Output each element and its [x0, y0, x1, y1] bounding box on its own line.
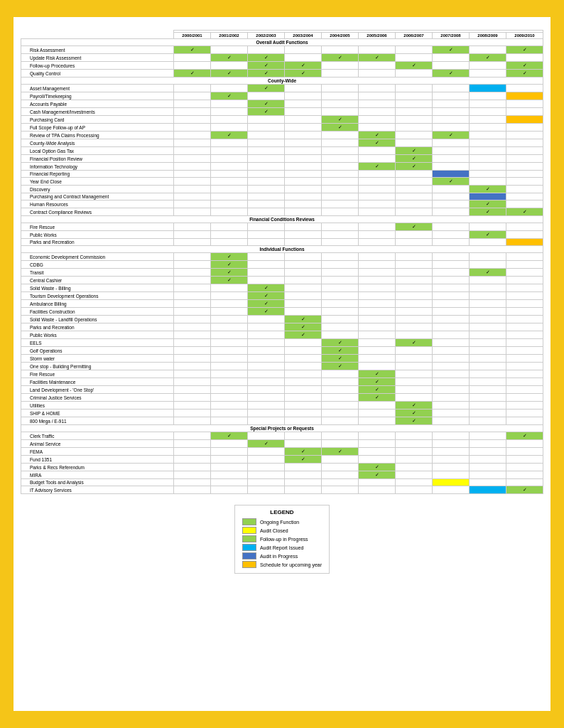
cell-3-6-3	[285, 300, 322, 308]
cell-4-5-7	[433, 471, 470, 479]
cell-3-6-2: ✓	[248, 300, 285, 308]
cell-3-8-1	[211, 316, 248, 323]
cell-3-6-5	[359, 300, 396, 308]
cell-1-2-9	[506, 100, 543, 108]
cell-1-15-3	[285, 200, 322, 208]
item-label-1-12: Year End Close	[21, 178, 174, 186]
cell-1-13-7	[433, 186, 470, 193]
cell-3-10-4	[322, 331, 359, 339]
cell-3-13-5	[359, 355, 396, 363]
cell-3-0-3	[285, 253, 322, 261]
cell-4-6-5	[359, 479, 396, 486]
cell-0-3-4	[322, 70, 359, 77]
cell-2-1-2	[248, 231, 285, 239]
cell-0-2-8	[470, 62, 506, 70]
cell-3-21-7	[433, 417, 470, 425]
item-label-1-4: Purchasing Card	[21, 116, 174, 124]
cell-2-0-7	[433, 223, 470, 231]
cell-3-18-7	[433, 394, 470, 402]
cell-2-1-1	[211, 231, 248, 239]
cell-3-5-0	[174, 292, 211, 300]
cell-3-21-3	[285, 417, 322, 425]
cell-3-16-5: ✓	[359, 378, 396, 386]
cell-4-0-8	[470, 432, 506, 440]
cell-1-4-1	[211, 116, 248, 124]
cell-1-5-5	[359, 124, 396, 132]
cell-3-2-5	[359, 269, 396, 277]
cell-2-0-2	[248, 223, 285, 231]
cell-3-13-0	[174, 355, 211, 363]
cell-3-10-9	[506, 331, 543, 339]
table-row: 800 Mega / E-911✓	[21, 417, 543, 425]
cell-4-7-6	[396, 486, 433, 494]
cell-3-2-8: ✓	[470, 269, 506, 277]
cell-3-17-5: ✓	[359, 386, 396, 394]
cell-0-0-0: ✓	[174, 46, 211, 54]
cell-3-0-4	[322, 253, 359, 261]
cell-3-15-8	[470, 370, 506, 378]
table-row: Update Risk Assessment✓✓✓✓✓	[21, 54, 543, 62]
cell-4-2-3: ✓	[285, 448, 322, 456]
table-row: Storm water✓	[21, 355, 543, 363]
cell-3-20-8	[470, 410, 506, 417]
cell-1-7-2	[248, 139, 285, 147]
cell-3-19-1	[211, 402, 248, 410]
cell-3-10-5	[359, 331, 396, 339]
cell-1-9-2	[248, 155, 285, 163]
cell-3-3-3	[285, 277, 322, 284]
cell-1-11-3	[285, 171, 322, 178]
cell-3-21-8	[470, 417, 506, 425]
cell-3-11-8	[470, 339, 506, 347]
cell-1-3-5	[359, 108, 396, 116]
legend-box: LEGEND Ongoing Function Audit Closed Fol…	[234, 505, 330, 574]
cell-4-3-1	[211, 456, 248, 464]
table-row: Fund 1351✓	[21, 456, 543, 464]
cell-1-14-3	[285, 193, 322, 200]
table-row: IT Advisory Services✓	[21, 486, 543, 494]
table-row: Financial Position Review✓	[21, 155, 543, 163]
cell-3-16-2	[248, 378, 285, 386]
cell-3-14-1	[211, 363, 248, 370]
year-header-3: 2003/2004	[285, 33, 322, 39]
cell-3-10-8	[470, 331, 506, 339]
cell-4-0-2	[248, 432, 285, 440]
cell-3-15-1	[211, 370, 248, 378]
cell-4-0-3	[285, 432, 322, 440]
cell-0-2-6: ✓	[396, 62, 433, 70]
item-label-1-3: Cash Management/Investments	[21, 108, 174, 116]
cell-4-5-1	[211, 471, 248, 479]
cell-1-0-1	[211, 85, 248, 92]
table-row: Fire Rescue✓	[21, 370, 543, 378]
cell-1-6-9	[506, 132, 543, 139]
item-label-3-19: Utilities	[21, 402, 174, 410]
cell-1-9-0	[174, 155, 211, 163]
legend-report: Audit Report Issued	[242, 544, 322, 551]
cell-3-2-1: ✓	[211, 269, 248, 277]
legend-label-followup: Follow-up in Progress	[260, 537, 308, 542]
cell-0-3-5	[359, 70, 396, 77]
cell-1-6-2	[248, 132, 285, 139]
cell-1-4-6	[396, 116, 433, 124]
cell-1-11-6	[396, 171, 433, 178]
table-row: Facilities Maintenance✓	[21, 378, 543, 386]
table-row: Facilities Construction✓	[21, 308, 543, 316]
cell-4-1-3	[285, 440, 322, 448]
cell-1-16-5	[359, 208, 396, 216]
cell-3-7-9	[506, 308, 543, 316]
cell-3-8-0	[174, 316, 211, 323]
cell-2-0-1	[211, 223, 248, 231]
item-label-1-10: Information Technology	[21, 163, 174, 171]
cell-3-1-8	[470, 261, 506, 269]
cell-1-1-2	[248, 92, 285, 100]
year-header-4: 2004/2005	[322, 33, 359, 39]
cell-1-2-5	[359, 100, 396, 108]
cell-1-9-8	[470, 155, 506, 163]
item-label-3-3: Central Cashier	[21, 277, 174, 284]
cell-1-1-4	[322, 92, 359, 100]
cell-1-1-5	[359, 92, 396, 100]
cell-3-14-3	[285, 363, 322, 370]
cell-3-1-6	[396, 261, 433, 269]
cell-0-0-8	[470, 46, 506, 54]
cell-1-6-4	[322, 132, 359, 139]
cell-3-19-5	[359, 402, 396, 410]
